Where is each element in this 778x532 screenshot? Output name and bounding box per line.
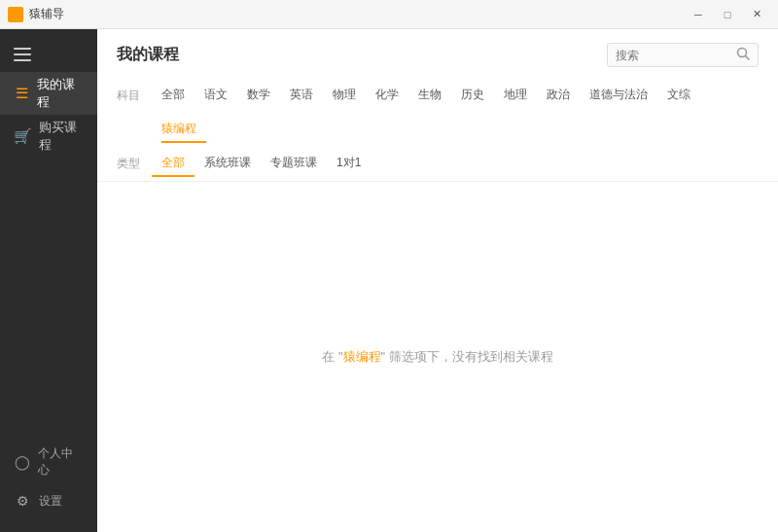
type-all[interactable]: 全部: [152, 151, 194, 177]
subject-all[interactable]: 全部: [152, 83, 194, 109]
type-system[interactable]: 系统班课: [194, 151, 261, 177]
sidebar-item-buy-courses[interactable]: 🛒 购买课程: [0, 115, 97, 158]
empty-state-message: 在 "猿编程" 筛选项下，没有找到相关课程: [322, 348, 552, 366]
type-topic[interactable]: 专题班课: [261, 151, 327, 177]
sidebar-profile-button[interactable]: ◯ 个人中心: [0, 443, 97, 481]
subject-misc[interactable]: 文综: [657, 83, 700, 109]
app-layout: ☰ 我的课程 🛒 购买课程 ◯ 个人中心 ⚙ 设置 我的课程: [0, 29, 778, 532]
settings-icon: ⚙: [14, 493, 31, 509]
type-one-on-one[interactable]: 1对1: [327, 151, 371, 177]
window-controls: ─ □ ✕: [685, 5, 770, 24]
subject-filter-label: 科目: [117, 88, 152, 104]
search-icon: [736, 47, 750, 63]
my-courses-icon: ☰: [14, 85, 29, 102]
empty-state: 在 "猿编程" 筛选项下，没有找到相关课程: [97, 182, 778, 532]
page-title: 我的课程: [117, 45, 179, 65]
sidebar-item-my-courses[interactable]: ☰ 我的课程: [0, 72, 97, 115]
subject-math[interactable]: 数学: [237, 83, 280, 109]
profile-icon: ◯: [14, 454, 30, 470]
main-content: 我的课程 科目 全部 语文 数学 英语 物: [97, 29, 778, 532]
sidebar-bottom: ◯ 个人中心 ⚙ 设置: [0, 443, 97, 532]
type-filter-row: 类型 全部 系统班课 专题班课 1对1: [117, 147, 759, 181]
app-title: 猿辅导: [29, 6, 64, 22]
sidebar-settings-button[interactable]: ⚙ 设置: [0, 481, 97, 520]
subject-filter-row: 科目 全部 语文 数学 英语 物理 化学 生物 历史 地理 政治 道德与法治 文…: [117, 79, 759, 113]
subject-ethics[interactable]: 道德与法治: [580, 83, 657, 109]
subject-english[interactable]: 英语: [280, 83, 323, 109]
sidebar-top: ☰ 我的课程 🛒 购买课程: [0, 29, 97, 158]
subject-politics[interactable]: 政治: [537, 83, 580, 109]
selected-subject-chip[interactable]: 猿编程: [161, 117, 206, 143]
empty-state-highlight: 猿编程: [343, 349, 381, 364]
svg-line-1: [746, 56, 750, 60]
sidebar: ☰ 我的课程 🛒 购买课程 ◯ 个人中心 ⚙ 设置: [0, 29, 97, 532]
buy-courses-icon: 🛒: [14, 127, 31, 145]
search-box: [607, 43, 759, 67]
subject-geography[interactable]: 地理: [494, 83, 537, 109]
title-bar: 猿辅导 ─ □ ✕: [0, 0, 778, 29]
type-filter-items: 全部 系统班课 专题班课 1对1: [152, 151, 371, 177]
subject-filter-items: 全部 语文 数学 英语 物理 化学 生物 历史 地理 政治 道德与法治 文综: [152, 83, 700, 109]
sidebar-item-buy-courses-label: 购买课程: [39, 119, 84, 154]
sidebar-item-my-courses-label: 我的课程: [37, 76, 84, 111]
subject-history[interactable]: 历史: [451, 83, 494, 109]
hamburger-button[interactable]: [0, 37, 97, 72]
app-icon: [8, 7, 23, 22]
subject-physics[interactable]: 物理: [323, 83, 366, 109]
search-input[interactable]: [616, 49, 732, 62]
subject-biology[interactable]: 生物: [408, 83, 451, 109]
filter-bar: 科目 全部 语文 数学 英语 物理 化学 生物 历史 地理 政治 道德与法治 文…: [97, 75, 778, 182]
sidebar-settings-label: 设置: [39, 493, 62, 510]
maximize-button[interactable]: □: [714, 5, 741, 24]
minimize-button[interactable]: ─: [685, 5, 712, 24]
type-filter-label: 类型: [117, 156, 152, 172]
main-header: 我的课程: [97, 29, 778, 75]
title-bar-left: 猿辅导: [8, 6, 64, 22]
subject-chinese[interactable]: 语文: [194, 83, 237, 109]
sidebar-profile-label: 个人中心: [38, 445, 84, 479]
close-button[interactable]: ✕: [743, 5, 770, 24]
selected-subject-row: 猿编程: [117, 113, 759, 147]
subject-chemistry[interactable]: 化学: [366, 83, 408, 109]
hamburger-icon: [14, 48, 31, 61]
